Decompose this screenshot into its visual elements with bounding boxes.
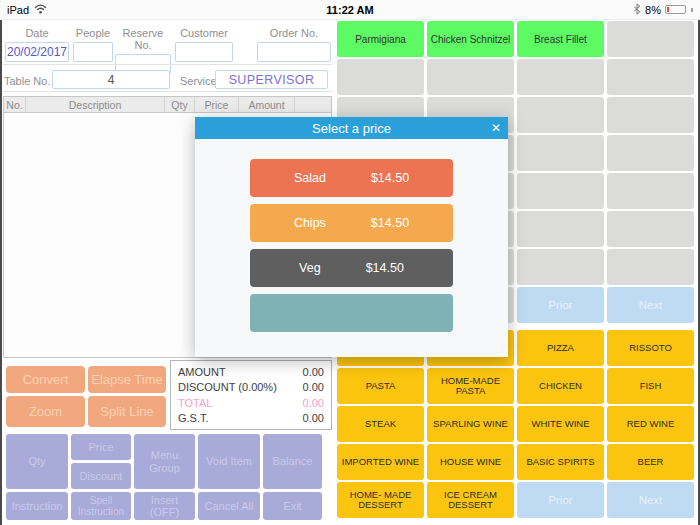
price-options: Salad$14.50Chips$14.50Veg$14.50 — [195, 139, 508, 332]
totals-row-discount-0-00: DISCOUNT (0.00%)0.00 — [178, 380, 324, 394]
menu-cell-r3c3[interactable] — [517, 97, 604, 133]
date-input[interactable]: 20/02/2017 — [5, 42, 69, 62]
battery-icon — [665, 5, 686, 14]
service-input[interactable]: SUPERVISOR — [215, 70, 328, 89]
category-cell-r5c4-next[interactable]: Next — [607, 482, 694, 518]
category-cell-r4c4-beer[interactable]: BEER — [607, 444, 694, 480]
totals-value-total: 0.00 — [303, 396, 324, 410]
category-cell-r3c4-red-wine[interactable]: RED WINE — [607, 406, 694, 442]
category-cell-r4c3-basic-spirits[interactable]: BASIC SPIRITS — [517, 444, 604, 480]
totals-value-g-s-t: 0.00 — [303, 411, 324, 425]
price-option-blank-4[interactable] — [250, 294, 453, 332]
zoom-button[interactable]: Zoom — [6, 396, 85, 427]
pos-app-screen: iPad 11:22 AM 8% Date 20/02/2017 People — [0, 0, 700, 525]
reserve-no-label: Reserve No. — [115, 27, 171, 51]
people-input[interactable] — [73, 42, 113, 62]
spell-instruction-button[interactable]: Spell Instruction — [71, 492, 131, 520]
category-cell-r4c2-house-wine[interactable]: HOUSE WINE — [427, 444, 514, 480]
category-cell-r2c1-pasta[interactable]: PASTA — [337, 368, 424, 404]
menu-cell-r5c3[interactable] — [517, 173, 604, 209]
column-no: No. — [4, 97, 26, 112]
category-cell-r3c1-steak[interactable]: STEAK — [337, 406, 424, 442]
table-no-input[interactable]: 4 — [52, 70, 170, 89]
battery-nub — [691, 8, 693, 12]
totals-label-amount: AMOUNT — [178, 365, 226, 379]
category-cell-r1c4-rissoto[interactable]: RISSOTO — [607, 330, 694, 366]
dialog-header: Select a price ✕ — [195, 117, 508, 139]
menu-cell-r7c4[interactable] — [607, 249, 694, 285]
cancel-all-button[interactable]: Cancel All — [198, 492, 260, 520]
instruction-button[interactable]: Instruction — [6, 492, 68, 520]
menu-cell-r6c3[interactable] — [517, 211, 604, 247]
menu-cell-r1c1-parmigiana[interactable]: Parmigiana — [337, 21, 424, 57]
field-group-reserve-no: Reserve No. — [115, 27, 171, 74]
qty-button[interactable]: Qty — [6, 434, 68, 489]
category-cell-r5c2-ice-cream-dessert[interactable]: ICE CREAM DESSERT — [427, 482, 514, 518]
column-stub — [295, 97, 331, 112]
category-cell-r3c2-sparling-wine[interactable]: SPARLING WINE — [427, 406, 514, 442]
menu-cell-r2c4[interactable] — [607, 59, 694, 95]
table-no-label: Table No. — [4, 75, 50, 87]
menu-cell-r4c4[interactable] — [607, 135, 694, 171]
form-divider-1 — [3, 64, 332, 65]
category-cell-r2c3-chicken[interactable]: CHICKEN — [517, 368, 604, 404]
order-no-input[interactable] — [257, 42, 331, 62]
totals-row-total: TOTAL0.00 — [178, 396, 324, 410]
status-right: 8% — [633, 3, 693, 17]
menu-cell-r3c4[interactable] — [607, 97, 694, 133]
menu-cell-r4c3[interactable] — [517, 135, 604, 171]
menu-cell-r2c2[interactable] — [427, 59, 514, 95]
totals-row-amount: AMOUNT0.00 — [178, 365, 324, 379]
split-line-button[interactable]: Split Line — [88, 396, 166, 427]
menu-cell-r6c4[interactable] — [607, 211, 694, 247]
price-option-name: Salad — [294, 171, 326, 185]
date-label: Date — [5, 27, 69, 39]
price-option-price: $14.50 — [371, 171, 409, 185]
menu-cell-r7c3[interactable] — [517, 249, 604, 285]
category-cell-r4c1-imported-wine[interactable]: IMPORTED WINE — [337, 444, 424, 480]
menu-cell-r2c1[interactable] — [337, 59, 424, 95]
clock: 11:22 AM — [0, 4, 700, 16]
price-option-veg[interactable]: Veg$14.50 — [250, 249, 453, 287]
discount-button[interactable]: Discount — [71, 463, 131, 489]
field-group-customer: Customer — [175, 27, 233, 62]
exit-button[interactable]: Exit — [263, 492, 322, 520]
price-option-chips[interactable]: Chips$14.50 — [250, 204, 453, 242]
select-price-dialog: Select a price ✕ Salad$14.50Chips$14.50V… — [195, 117, 508, 357]
category-cell-r2c2-home-made-pasta[interactable]: HOME-MADE PASTA — [427, 368, 514, 404]
function-keypad: Qty Price Discount Menu Group Void Item … — [6, 434, 326, 520]
wifi-icon — [34, 4, 47, 16]
customer-label: Customer — [175, 27, 233, 39]
menu-cell-r1c2-chicken-schnitzel[interactable]: Chicken Schnitzel — [427, 21, 514, 57]
balance-button[interactable]: Balance — [263, 434, 322, 489]
field-group-order-no: Order No. — [257, 27, 331, 62]
battery-percent: 8% — [645, 4, 661, 16]
price-option-salad[interactable]: Salad$14.50 — [250, 159, 453, 197]
insert-off-button[interactable]: Insert (OFF) — [134, 492, 195, 520]
price-button[interactable]: Price — [71, 434, 131, 460]
menu-group-button[interactable]: Menu Group — [134, 434, 195, 489]
elapse-time-button[interactable]: Elapse Time — [88, 366, 166, 393]
column-qty: Qty — [165, 97, 195, 112]
menu-cell-r2c3[interactable] — [517, 59, 604, 95]
menu-cell-r8c3-prior[interactable]: Prior — [517, 287, 604, 323]
field-group-date: Date 20/02/2017 — [5, 27, 69, 62]
void-item-button[interactable]: Void Item — [198, 434, 260, 489]
totals-row-g-s-t: G.S.T.0.00 — [178, 411, 324, 425]
totals-value-discount-0-00: 0.00 — [303, 380, 324, 394]
category-cell-r5c1-home-made-dessert[interactable]: HOME- MADE DESSERT — [337, 482, 424, 518]
category-cell-r3c3-white-wine[interactable]: WHITE WINE — [517, 406, 604, 442]
menu-cell-r8c4-next[interactable]: Next — [607, 287, 694, 323]
menu-cell-r1c4[interactable] — [607, 21, 694, 57]
convert-button[interactable]: Convert — [6, 366, 85, 393]
customer-input[interactable] — [175, 42, 233, 62]
totals-label-g-s-t: G.S.T. — [178, 411, 209, 425]
category-cell-r1c3-pizza[interactable]: PIZZA — [517, 330, 604, 366]
close-icon[interactable]: ✕ — [491, 117, 501, 139]
category-cell-r5c3-prior[interactable]: Prior — [517, 482, 604, 518]
menu-cell-r5c4[interactable] — [607, 173, 694, 209]
menu-cell-r1c3-breast-fillet[interactable]: Breast Fillet — [517, 21, 604, 57]
people-label: People — [73, 27, 113, 39]
column-description: Description — [26, 97, 165, 112]
category-cell-r2c4-fish[interactable]: FISH — [607, 368, 694, 404]
